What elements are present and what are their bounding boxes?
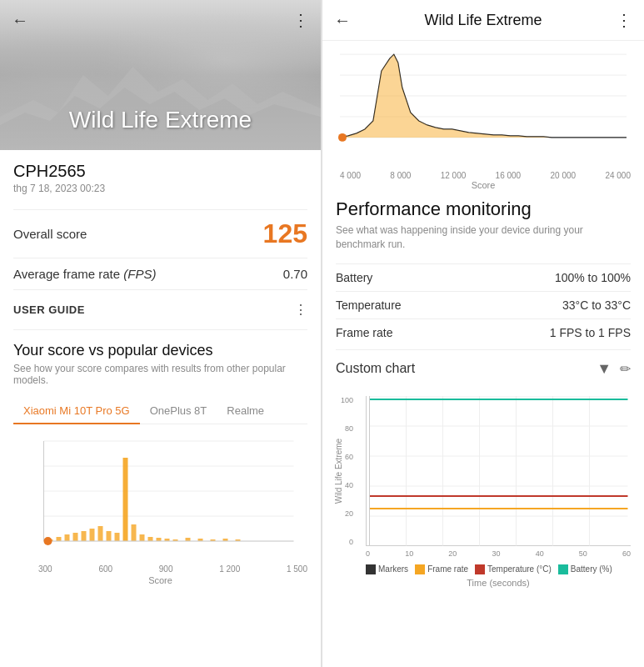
- perf-section: Performance monitoring See what was happ…: [336, 198, 631, 588]
- legend-temperature: Temperature (°C): [475, 564, 552, 574]
- y-40: 40: [341, 481, 353, 489]
- monitoring-chart: [366, 396, 631, 546]
- battery-value: 100% to 100%: [555, 271, 631, 284]
- tab-oneplus[interactable]: OnePlus 8T: [140, 398, 217, 424]
- left-header-title: Wild Life Extreme: [0, 107, 321, 133]
- overall-score-value: 125: [263, 218, 307, 249]
- svg-point-35: [338, 133, 347, 142]
- svg-rect-10: [90, 529, 95, 541]
- monitoring-chart-container: Wild Life Extreme 100 80 60 40 20 0: [366, 396, 631, 546]
- dist-x-1: 8 000: [390, 171, 411, 180]
- dropdown-icon[interactable]: ▼: [597, 360, 612, 378]
- chart-legend: Markers Frame rate Temperature (°C): [366, 564, 631, 574]
- x-30: 30: [492, 549, 500, 558]
- dist-x-5: 24 000: [605, 171, 631, 180]
- svg-rect-16: [140, 534, 145, 541]
- user-guide-row: USER GUIDE ⋮: [13, 290, 307, 330]
- y-100: 100: [341, 396, 353, 404]
- tab-xiaomi[interactable]: Xiaomi Mi 10T Pro 5G: [13, 398, 140, 424]
- legend-framerate: Frame rate: [415, 564, 468, 574]
- legend-battery: Battery (%): [558, 564, 612, 574]
- svg-rect-21: [186, 538, 191, 541]
- svg-rect-11: [98, 526, 103, 541]
- battery-label: Battery: [336, 271, 372, 284]
- perf-title: Performance monitoring: [336, 198, 631, 220]
- device-name: CPH2565: [13, 162, 307, 181]
- svg-rect-6: [57, 537, 62, 541]
- svg-rect-15: [132, 524, 137, 541]
- left-header-nav: ← ⋮: [0, 0, 321, 40]
- custom-chart-selector: Custom chart ▼ ✏: [336, 349, 631, 384]
- legend-markers-label: Markers: [378, 564, 408, 574]
- legend-battery-box: [558, 564, 568, 574]
- left-content: CPH2565 thg 7 18, 2023 00:23 Overall sco…: [0, 150, 321, 667]
- fps-value: 0.70: [283, 267, 307, 281]
- right-back-button[interactable]: ←: [334, 11, 351, 30]
- dist-x-title: Score: [336, 180, 631, 190]
- dist-x-3: 16 000: [496, 171, 522, 180]
- left-panel: ← ⋮ Wild Life Extreme CPH2565 thg 7 18, …: [0, 0, 321, 667]
- chart-x-labels: 300 600 900 1 200 1 500: [13, 564, 307, 574]
- framerate-value: 1 FPS to 1 FPS: [550, 326, 631, 339]
- dist-x-2: 12 000: [441, 171, 467, 180]
- legend-markers: Markers: [366, 564, 408, 574]
- right-header-title: Wild Life Extreme: [424, 12, 542, 29]
- svg-rect-8: [73, 533, 78, 541]
- framerate-row: Frame rate 1 FPS to 1 FPS: [336, 318, 631, 346]
- svg-rect-13: [115, 533, 120, 541]
- legend-battery-label: Battery (%): [571, 564, 612, 574]
- x-labels: 0 10 20 30 40 50 60: [366, 549, 631, 558]
- y-80: 80: [341, 424, 353, 433]
- x-label-1500: 1 500: [287, 564, 307, 574]
- device-date: thg 7 18, 2023 00:23: [13, 183, 307, 194]
- tab-realme[interactable]: Realme: [217, 398, 274, 424]
- temperature-label: Temperature: [336, 298, 402, 312]
- edit-icon[interactable]: ✏: [620, 361, 631, 377]
- popular-section: Your score vs popular devices See how yo…: [13, 342, 307, 591]
- left-chart-x-title: Score: [13, 575, 307, 585]
- framerate-label: Frame rate: [336, 326, 392, 339]
- legend-framerate-box: [415, 564, 425, 574]
- time-label: Time (seconds): [366, 578, 631, 588]
- temperature-row: Temperature 33°C to 33°C: [336, 291, 631, 318]
- device-tabs: Xiaomi Mi 10T Pro 5G OnePlus 8T Realme: [13, 398, 307, 424]
- right-share-button[interactable]: ⋮: [616, 10, 632, 30]
- distribution-chart: [336, 46, 631, 163]
- dist-x-4: 20 000: [551, 171, 577, 180]
- svg-rect-18: [157, 538, 162, 541]
- fps-label: Average frame rate (FPS): [13, 267, 156, 281]
- x-label-300: 300: [38, 564, 52, 574]
- svg-point-28: [44, 537, 52, 545]
- x-20: 20: [448, 549, 457, 558]
- x-0: 0: [366, 549, 370, 558]
- battery-row: Battery 100% to 100%: [336, 263, 631, 291]
- perf-subtitle: See what was happening inside your devic…: [336, 223, 631, 252]
- svg-rect-9: [82, 531, 87, 541]
- popular-title: Your score vs popular devices: [13, 342, 307, 359]
- x-10: 10: [405, 549, 413, 558]
- popular-subtitle: See how your score compares with results…: [13, 363, 307, 386]
- overall-score-row: Overall score 125: [13, 209, 307, 258]
- x-label-600: 600: [98, 564, 112, 574]
- x-50: 50: [579, 549, 587, 558]
- y-60: 60: [341, 453, 353, 461]
- right-header: ← Wild Life Extreme ⋮: [322, 0, 644, 41]
- custom-chart-label: Custom chart: [336, 361, 597, 376]
- right-content: 4 000 8 000 12 000 16 000 20 000 24 000 …: [322, 41, 644, 667]
- user-guide-share-icon[interactable]: ⋮: [294, 302, 307, 318]
- user-guide-label: USER GUIDE: [13, 303, 85, 316]
- left-back-button[interactable]: ←: [12, 11, 28, 30]
- left-header-image: ← ⋮ Wild Life Extreme: [0, 0, 321, 150]
- y-20: 20: [341, 509, 353, 518]
- svg-rect-7: [65, 534, 70, 541]
- svg-rect-14: [123, 458, 128, 541]
- x-40: 40: [536, 549, 544, 558]
- y-0: 0: [341, 538, 353, 546]
- x-label-900: 900: [159, 564, 173, 574]
- left-share-button[interactable]: ⋮: [292, 10, 309, 30]
- temperature-value: 33°C to 33°C: [562, 298, 631, 312]
- right-panel: ← Wild Life Extreme ⋮: [322, 0, 644, 667]
- monitoring-chart-wrapper: Wild Life Extreme 100 80 60 40 20 0: [336, 384, 631, 588]
- legend-framerate-label: Frame rate: [427, 564, 468, 574]
- svg-rect-12: [107, 531, 112, 541]
